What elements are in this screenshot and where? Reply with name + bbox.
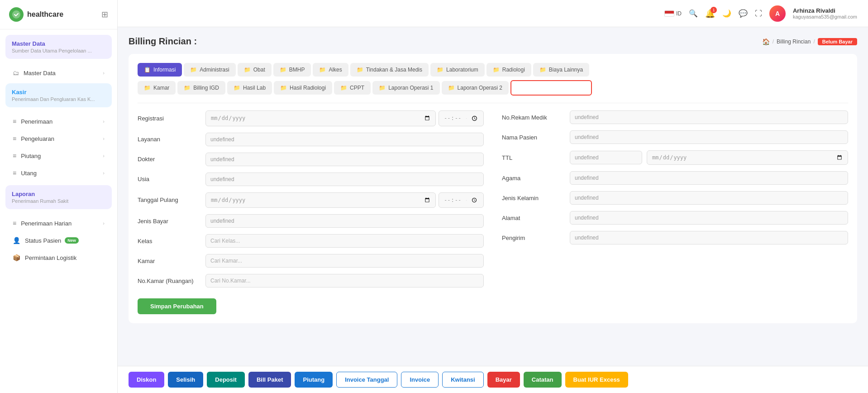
jenis-kelamin-input[interactable] bbox=[570, 191, 848, 205]
fullscreen-icon[interactable]: ⛶ bbox=[755, 10, 762, 18]
breadcrumb-sep1: / bbox=[773, 38, 774, 45]
sidebar: healthcare ⊞ Master Data Sumber Data Uta… bbox=[0, 0, 118, 393]
tab-label: Hasil Radiologi bbox=[290, 85, 326, 91]
tab-hasil-lab[interactable]: 📁 Hasil Lab bbox=[227, 81, 272, 95]
sidebar-item-utang[interactable]: ≡ Utang › bbox=[4, 165, 114, 181]
dark-mode-icon[interactable]: 🌙 bbox=[722, 9, 731, 18]
topnav: ID 🔍 🔔 1 🌙 💬 ⛶ A Arhinza Rivaldi kaguyas… bbox=[118, 0, 868, 27]
save-button[interactable]: Simpan Perubahan bbox=[138, 298, 216, 314]
pengirim-input[interactable] bbox=[570, 231, 848, 244]
username: Arhinza Rivaldi bbox=[793, 7, 857, 14]
piutang-button[interactable]: Piutang bbox=[295, 372, 333, 388]
tab-informasi[interactable]: 📋 Informasi bbox=[138, 63, 182, 77]
selisih-button[interactable]: Selisih bbox=[168, 372, 203, 388]
tab-alkes[interactable]: 📁 Alkes bbox=[313, 63, 348, 77]
diskon-button[interactable]: Diskon bbox=[129, 372, 164, 388]
tab-tindakan[interactable]: 📁 Tindakan & Jasa Medis bbox=[350, 63, 429, 77]
tab-bmhp[interactable]: 📁 BMHP bbox=[273, 63, 311, 77]
tab-label: Hasil Lab bbox=[243, 85, 266, 91]
grid-icon[interactable]: ⊞ bbox=[101, 10, 108, 19]
tab-label: Radiologi bbox=[502, 67, 525, 73]
tab-cppt[interactable]: 📁 CPPT bbox=[334, 81, 371, 95]
laporan-title: Laporan bbox=[12, 191, 105, 197]
form-row-ttl: TTL bbox=[502, 150, 848, 165]
form-row-registrasi: Registrasi bbox=[138, 110, 484, 126]
tab-kamar[interactable]: 📁 Kamar bbox=[138, 81, 176, 95]
tab-billing-igd[interactable]: 📁 Billing IGD bbox=[177, 81, 225, 95]
tab-laporan-operasi-2[interactable]: 📁 Laporan Operasi 2 bbox=[442, 81, 509, 95]
catatan-button[interactable]: Catatan bbox=[524, 372, 562, 388]
box-icon: 📦 bbox=[13, 254, 20, 261]
form-row-jenis-bayar: Jenis Bayar bbox=[138, 214, 484, 228]
tab-icon: 📁 bbox=[144, 85, 151, 91]
kelas-input[interactable] bbox=[205, 234, 484, 248]
list-icon: ≡ bbox=[13, 118, 16, 125]
tab-radiologi[interactable]: 📁 Radiologi bbox=[486, 63, 531, 77]
tab-administrasi[interactable]: 📁 Administrasi bbox=[184, 63, 235, 77]
sidebar-item-piutang[interactable]: ≡ Piutang › bbox=[4, 148, 114, 164]
lang-selector[interactable]: ID bbox=[664, 10, 682, 17]
bayar-button[interactable]: Bayar bbox=[487, 372, 520, 388]
bill-paket-button[interactable]: Bill Paket bbox=[248, 372, 291, 388]
chat-icon[interactable]: 💬 bbox=[739, 9, 748, 18]
no-rekam-input[interactable] bbox=[570, 110, 848, 124]
tab-biaya-lainnya[interactable]: 📁 Biaya Lainnya bbox=[533, 63, 589, 77]
registrasi-time-input[interactable] bbox=[439, 110, 484, 126]
invoice-button[interactable]: Invoice bbox=[401, 372, 439, 388]
tab-laporan-operasi-1[interactable]: 📁 Laporan Operasi 1 bbox=[372, 81, 439, 95]
tab-icon: 📋 bbox=[144, 67, 151, 73]
kamar-input[interactable] bbox=[205, 254, 484, 268]
flag-icon bbox=[664, 10, 674, 17]
tanggal-pulang-date-input[interactable] bbox=[205, 192, 436, 208]
sidebar-item-penerimaan-harian[interactable]: ≡ Penerimaan Harian › bbox=[4, 215, 114, 231]
breadcrumb-billing: Billing Rincian bbox=[777, 38, 811, 45]
tab-hasil-radiologi[interactable]: 📁 Hasil Radiologi bbox=[274, 81, 332, 95]
tab-icon: 📁 bbox=[437, 67, 444, 73]
tab-label: Obat bbox=[253, 67, 265, 73]
breadcrumb-home-icon: 🏠 bbox=[762, 38, 770, 45]
form-row-tanggal-pulang: Tanggal Pulang bbox=[138, 192, 484, 208]
master-data-title: Master Data bbox=[12, 40, 105, 47]
tab-icon: 📁 bbox=[184, 85, 191, 91]
label-jenis-kelamin: Jenis Kelamin bbox=[502, 195, 565, 201]
label-alamat: Alamat bbox=[502, 215, 565, 221]
registrasi-date-input[interactable] bbox=[205, 110, 436, 126]
sidebar-item-permintaan-logistik[interactable]: 📦 Permintaan Logistik bbox=[4, 249, 114, 266]
kwitansi-button[interactable]: Kwitansi bbox=[442, 372, 483, 388]
ttl-text-input[interactable] bbox=[570, 151, 642, 164]
agama-input[interactable] bbox=[570, 171, 848, 185]
tab-label: Kamar bbox=[153, 85, 169, 91]
layanan-input[interactable] bbox=[205, 133, 484, 146]
lang-label: ID bbox=[676, 10, 682, 17]
user-info: Arhinza Rivaldi kaguyasama535@gmail.com bbox=[793, 7, 857, 19]
list-icon: ≡ bbox=[13, 152, 16, 159]
ttl-date-input[interactable] bbox=[647, 150, 848, 165]
buat-iur-excess-button[interactable]: Buat IUR Excess bbox=[565, 372, 628, 388]
nama-pasien-input[interactable] bbox=[570, 130, 848, 144]
tab-laboratorium[interactable]: 📁 Laboratorium bbox=[430, 63, 485, 77]
sidebar-item-master-data[interactable]: 🗂 Master Data › bbox=[4, 65, 114, 81]
tab-obat[interactable]: 📁 Obat bbox=[238, 63, 272, 77]
breadcrumb-status-badge: Belum Bayar bbox=[818, 38, 857, 45]
dokter-input[interactable] bbox=[205, 153, 484, 166]
label-no-rekam: No.Rekam Medik bbox=[502, 114, 565, 121]
tab-label: Informasi bbox=[153, 67, 176, 73]
no-kamar-input[interactable] bbox=[205, 274, 484, 288]
sidebar-item-pengeluaran[interactable]: ≡ Pengeluaran › bbox=[4, 130, 114, 147]
tanggal-pulang-time-input[interactable] bbox=[439, 192, 484, 208]
sidebar-item-penerimaan[interactable]: ≡ Penerimaan › bbox=[4, 113, 114, 129]
usia-input[interactable] bbox=[205, 173, 484, 186]
invoice-tanggal-button[interactable]: Invoice Tanggal bbox=[336, 372, 397, 388]
list-icon: ≡ bbox=[13, 169, 16, 177]
jenis-bayar-input[interactable] bbox=[205, 214, 484, 228]
sidebar-item-status-pasien[interactable]: 👤 Status Pasien New bbox=[4, 232, 114, 249]
sidebar-item-label: Status Pasien bbox=[25, 237, 61, 244]
form-row-dokter: Dokter bbox=[138, 153, 484, 166]
alamat-input[interactable] bbox=[570, 211, 848, 225]
label-kamar: Kamar bbox=[138, 258, 201, 264]
search-icon[interactable]: 🔍 bbox=[689, 9, 698, 18]
avatar[interactable]: A bbox=[769, 5, 786, 22]
notification-icon[interactable]: 🔔 1 bbox=[705, 9, 715, 19]
label-nama-pasien: Nama Pasien bbox=[502, 134, 565, 141]
deposit-button[interactable]: Deposit bbox=[207, 372, 245, 388]
